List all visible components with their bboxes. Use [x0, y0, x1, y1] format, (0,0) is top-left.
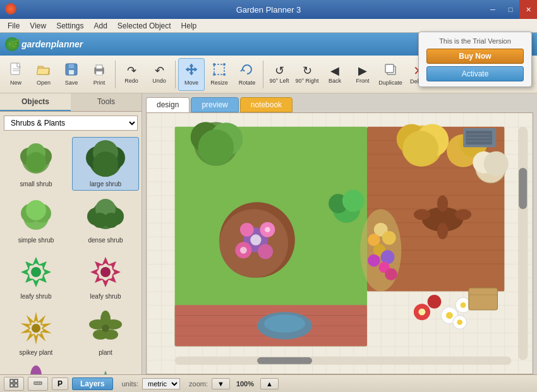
- measure-button[interactable]: [28, 377, 48, 391]
- tab-objects[interactable]: Objects: [0, 93, 71, 111]
- svg-point-124: [258, 244, 273, 259]
- menu-add[interactable]: Add: [89, 20, 112, 32]
- redo-button[interactable]: ↷ Redo: [118, 58, 145, 91]
- svg-point-123: [240, 223, 254, 237]
- category-select[interactable]: Shrubs & Plants: [4, 116, 138, 131]
- zoom-down-button[interactable]: ▼: [212, 378, 230, 389]
- logo-icon: 🌿: [5, 37, 19, 51]
- redo-icon: ↷: [127, 65, 136, 76]
- window-controls: ─ □ ✕: [484, 0, 537, 19]
- list-item[interactable]: large shrub: [72, 137, 139, 191]
- resize-button[interactable]: Resize: [206, 58, 232, 91]
- menu-file[interactable]: File: [3, 20, 25, 32]
- zoom-up-button[interactable]: ▲: [260, 378, 279, 389]
- spikey-plant-label: spikey plant: [20, 349, 53, 356]
- list-item[interactable]: dense shrub: [72, 193, 139, 247]
- list-item[interactable]: plant: [3, 362, 69, 374]
- menu-settings[interactable]: Settings: [51, 20, 88, 32]
- print-label: Print: [94, 80, 106, 86]
- svg-rect-162: [175, 357, 512, 365]
- tab-preview[interactable]: preview: [191, 97, 238, 112]
- svg-rect-5: [69, 70, 74, 74]
- move-label: Move: [184, 80, 198, 86]
- units-select[interactable]: metric: [142, 378, 180, 389]
- list-item[interactable]: small shrub: [3, 137, 69, 191]
- large-shrub-label: large shrub: [90, 181, 121, 187]
- save-label: Save: [65, 80, 78, 86]
- svg-point-150: [437, 223, 448, 239]
- menu-view[interactable]: View: [25, 20, 51, 32]
- back-label: Back: [329, 78, 341, 84]
- p-button[interactable]: P: [52, 377, 68, 390]
- svg-marker-40: [32, 278, 40, 287]
- front-icon: ▶: [358, 65, 367, 76]
- menu-help[interactable]: Help: [176, 20, 202, 32]
- duplicate-label: Duplicate: [378, 80, 402, 86]
- garden-canvas: [147, 113, 533, 374]
- move-button[interactable]: Move: [178, 58, 205, 91]
- svg-point-147: [414, 209, 430, 220]
- tab-tools[interactable]: Tools: [71, 93, 142, 111]
- plant-3-icon: [86, 365, 125, 374]
- close-button[interactable]: ✕: [519, 0, 537, 19]
- save-button[interactable]: Save: [58, 58, 85, 91]
- rotate-label: Rotate: [239, 80, 256, 86]
- svg-point-118: [250, 234, 261, 245]
- buy-button[interactable]: Buy Now: [426, 49, 524, 64]
- leafy-shrub-green-icon: [16, 252, 56, 292]
- canvas-wrapper[interactable]: [146, 112, 533, 374]
- undo-icon: ↶: [155, 65, 164, 76]
- front-button[interactable]: ▶ Front: [349, 58, 376, 91]
- list-item[interactable]: leafy shrub: [3, 249, 69, 303]
- layers-button[interactable]: Layers: [72, 377, 113, 390]
- tab-notebook[interactable]: notebook: [240, 97, 293, 112]
- undo-button[interactable]: ↶ Undo: [146, 58, 172, 91]
- main-content: Objects Tools Shrubs & Plants: [0, 93, 537, 374]
- activate-button[interactable]: Activate: [426, 66, 524, 81]
- maximize-button[interactable]: □: [502, 0, 519, 19]
- svg-point-10: [213, 63, 215, 66]
- svg-marker-49: [102, 278, 109, 287]
- svg-point-53: [100, 267, 111, 277]
- zoom-value: 100%: [234, 380, 256, 388]
- svg-point-29: [26, 200, 46, 220]
- rotate-right-label: 90° Right: [295, 78, 318, 84]
- rotate-left-button[interactable]: ↺ 90° Left: [266, 58, 293, 91]
- duplicate-button[interactable]: Duplicate: [377, 58, 404, 91]
- list-item[interactable]: plant: [72, 306, 139, 359]
- tab-design[interactable]: design: [146, 97, 190, 112]
- minimize-button[interactable]: ─: [484, 0, 502, 19]
- leafy-shrub-green-label: leafy shrub: [21, 293, 52, 300]
- svg-marker-77: [102, 371, 109, 374]
- print-button[interactable]: Print: [86, 58, 112, 91]
- list-item[interactable]: leafy shrub: [72, 249, 139, 303]
- view-tabs: design preview notebook: [142, 93, 537, 112]
- zoom-label: zoom:: [189, 380, 208, 388]
- plant-2-icon: [16, 365, 56, 374]
- list-item[interactable]: simple shrub: [3, 193, 69, 247]
- rotate-right-icon: ↻: [303, 65, 312, 76]
- open-button[interactable]: Open: [30, 58, 57, 91]
- menu-selected-object[interactable]: Selected Object: [112, 20, 176, 32]
- leafy-shrub-red-icon: [86, 252, 125, 292]
- rotate-button[interactable]: Rotate: [234, 58, 260, 91]
- list-item[interactable]: spikey plant: [3, 306, 69, 359]
- svg-rect-15: [385, 64, 394, 73]
- new-button[interactable]: New: [3, 58, 29, 91]
- category-dropdown: Shrubs & Plants: [4, 116, 138, 131]
- small-shrub-icon: [16, 140, 56, 179]
- svg-point-122: [265, 227, 270, 232]
- svg-marker-42: [21, 268, 30, 276]
- title-bar: Garden Planner 3 ─ □ ✕: [0, 0, 537, 19]
- svg-point-25: [93, 151, 118, 177]
- rotate-left-icon: ↺: [275, 65, 284, 76]
- svg-marker-38: [42, 268, 51, 276]
- rotate-right-button[interactable]: ↻ 90° Right: [294, 58, 320, 91]
- grid-view-button[interactable]: [4, 377, 24, 391]
- back-button[interactable]: ◀ Back: [322, 58, 348, 91]
- print-icon: [92, 62, 106, 78]
- left-panel: Objects Tools Shrubs & Plants: [0, 93, 142, 374]
- svg-point-134: [368, 254, 380, 267]
- svg-rect-166: [10, 384, 13, 387]
- list-item[interactable]: plant: [72, 362, 139, 374]
